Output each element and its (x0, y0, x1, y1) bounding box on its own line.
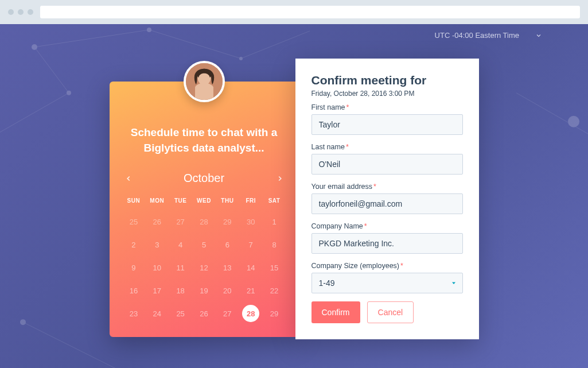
svg-point-10 (67, 91, 71, 95)
company-size-select[interactable] (311, 273, 463, 293)
week-row: 16171819202122 (122, 281, 286, 300)
meeting-form: Confirm meeting for Friday, October 28, … (295, 59, 479, 339)
week-row: 2526272829301 (122, 212, 286, 231)
week-row: 9101112131415 (122, 258, 286, 277)
calendar-day[interactable]: 7 (239, 235, 263, 254)
dow-cell: THU (216, 197, 239, 204)
confirm-button[interactable]: Confirm (311, 301, 360, 323)
dow-cell: SAT (263, 197, 286, 204)
browser-chrome (0, 0, 588, 24)
calendar-heading: Schedule time to chat with a Biglytics d… (122, 125, 286, 156)
week-row: 23242526272829 (122, 304, 286, 323)
calendar-day[interactable]: 22 (263, 281, 286, 300)
calendar-day[interactable]: 30 (239, 212, 263, 231)
calendar-day[interactable]: 4 (169, 235, 192, 254)
calendar-day[interactable]: 10 (145, 258, 169, 277)
url-bar[interactable] (40, 6, 580, 18)
calendar-day[interactable]: 25 (169, 304, 192, 323)
svg-line-3 (0, 93, 69, 139)
company-name-label: Company Name* (311, 222, 463, 230)
form-heading: Confirm meeting for (311, 73, 463, 87)
calendar-day[interactable]: 29 (263, 304, 286, 323)
avatar (184, 61, 225, 102)
svg-point-7 (32, 44, 37, 50)
calendar-day[interactable]: 6 (216, 235, 239, 254)
calendar-day[interactable]: 27 (169, 212, 192, 231)
traffic-light-close-icon[interactable] (8, 9, 14, 15)
company-size-label: Company Size (employees)* (311, 262, 463, 270)
svg-line-4 (34, 47, 69, 93)
calendar-day[interactable]: 1 (263, 212, 286, 231)
last-name-label: Last name* (311, 143, 463, 151)
calendar-day[interactable]: 15 (263, 258, 286, 277)
timezone-selector[interactable]: UTC -04:00 Eastern Time (0, 31, 542, 40)
first-name-label: First name* (311, 103, 463, 111)
traffic-light-zoom-icon[interactable] (28, 9, 33, 15)
dow-cell: FRI (239, 197, 263, 204)
email-label: Your email address* (311, 183, 463, 191)
calendar-day[interactable]: 9 (122, 258, 146, 277)
calendar-day[interactable]: 20 (216, 281, 239, 300)
next-month-button[interactable] (276, 175, 284, 183)
calendar-day[interactable]: 16 (122, 281, 146, 300)
calendar-day[interactable]: 11 (169, 258, 192, 277)
calendar-day[interactable]: 28 (239, 304, 263, 323)
calendar-day[interactable]: 2 (122, 235, 146, 254)
calendar-day[interactable]: 28 (192, 212, 216, 231)
calendar-day[interactable]: 5 (192, 235, 216, 254)
calendar-day[interactable]: 14 (239, 258, 263, 277)
calendar-day[interactable]: 17 (145, 281, 169, 300)
dow-cell: SUN (122, 197, 146, 204)
svg-point-12 (20, 319, 26, 325)
calendar-day[interactable]: 21 (239, 281, 263, 300)
prev-month-button[interactable] (124, 175, 133, 183)
email-input[interactable] (311, 193, 463, 214)
calendar-card: Schedule time to chat with a Biglytics d… (110, 82, 299, 337)
day-of-week-header: SUNMONTUEWEDTHUFRISAT (122, 197, 286, 204)
first-name-input[interactable] (311, 114, 463, 135)
dow-cell: WED (192, 197, 216, 204)
calendar-day[interactable]: 12 (192, 258, 216, 277)
svg-point-11 (568, 116, 579, 127)
dow-cell: MON (145, 197, 169, 204)
calendar-day[interactable]: 3 (145, 235, 169, 254)
calendar-day[interactable]: 25 (122, 212, 146, 231)
calendar-day[interactable]: 23 (122, 304, 146, 323)
month-label: October (184, 172, 224, 185)
viewport: UTC -04:00 Eastern Time Schedule time to… (0, 24, 588, 368)
last-name-input[interactable] (311, 154, 463, 175)
window-controls (8, 9, 33, 15)
timezone-label: UTC -04:00 Eastern Time (435, 31, 519, 40)
calendar-day[interactable]: 18 (169, 281, 192, 300)
calendar-day[interactable]: 13 (216, 258, 239, 277)
chevron-down-icon (535, 32, 542, 39)
calendar-day[interactable]: 27 (216, 304, 239, 323)
week-row: 2345678 (122, 235, 286, 254)
calendar-day[interactable]: 8 (263, 235, 286, 254)
form-subheading: Friday, October 28, 2016 3:00 PM (311, 90, 463, 98)
calendar-day[interactable]: 26 (192, 304, 216, 323)
traffic-light-minimize-icon[interactable] (18, 9, 24, 15)
calendar-day[interactable]: 29 (216, 212, 239, 231)
calendar-day[interactable]: 19 (192, 281, 216, 300)
svg-line-5 (516, 93, 588, 139)
company-name-input[interactable] (311, 233, 463, 254)
cancel-button[interactable]: Cancel (367, 301, 414, 323)
dow-cell: TUE (169, 197, 192, 204)
calendar-day[interactable]: 26 (145, 212, 169, 231)
calendar-day[interactable]: 24 (145, 304, 169, 323)
